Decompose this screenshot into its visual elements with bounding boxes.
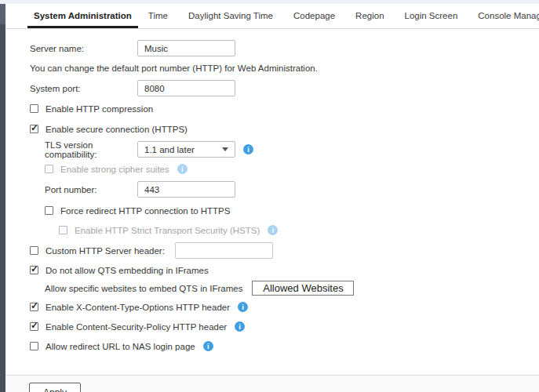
https-port-input[interactable] [137,181,235,198]
x-content-type-info-icon[interactable]: i [238,302,248,312]
strong-cipher-checkbox[interactable] [45,165,53,173]
custom-header-row: Custom HTTP Server header: [30,242,273,259]
custom-header-input[interactable] [175,242,273,259]
x-content-type-checkbox[interactable] [30,303,38,311]
strong-cipher-row: Enable strong cipher suites i [45,163,188,175]
secure-connection-label: Enable secure connection (HTTPS) [46,125,188,134]
system-port-input[interactable] [137,80,235,96]
force-redirect-label: Force redirect HTTP connection to HTTPS [60,206,230,216]
custom-header-label: Custom HTTP Server header: [46,246,165,256]
redirect-url-row: Allow redirect URL to NAS login page i [30,340,213,352]
chevron-down-icon [222,147,228,151]
server-name-label: Server name: [30,44,137,53]
strong-cipher-label: Enable strong cipher suites [60,165,169,174]
hsts-info-icon[interactable]: i [268,225,278,235]
server-name-input[interactable] [137,40,235,56]
tls-version-label: TLS version compatibility: [45,140,137,159]
apply-button[interactable]: Apply [29,383,81,392]
server-name-row: Server name: [30,40,235,56]
hsts-row: Enable HTTP Strict Transport Security (H… [59,224,278,236]
tab-login-screen[interactable]: Login Screen [395,4,468,28]
system-port-label: System port: [30,84,137,93]
tab-daylight-saving-time[interactable]: Daylight Saving Time [178,4,283,28]
no-iframe-checkbox[interactable] [30,266,38,274]
allowed-websites-row: Allow specific websites to embed QTS in … [45,281,354,296]
tls-version-selected-value: 1.1 and later [144,145,195,154]
csp-checkbox[interactable] [30,322,38,331]
tab-system-administration[interactable]: System Administration [27,4,138,28]
secure-connection-row: Enable secure connection (HTTPS) [30,123,188,135]
settings-tabbar: System Administration Time Daylight Savi… [5,4,539,29]
https-port-label: Port number: [45,185,137,194]
tab-time[interactable]: Time [138,4,178,28]
tls-info-icon[interactable]: i [243,144,253,154]
force-redirect-checkbox[interactable] [45,206,53,215]
http-compression-row: Enable HTTP compression [30,103,153,114]
redirect-url-label: Allow redirect URL to NAS login page [46,342,195,351]
no-iframe-row: Do not allow QTS embedding in IFrames [30,264,209,276]
strong-cipher-info-icon[interactable]: i [177,164,188,174]
system-port-row: System port: [30,80,235,96]
http-compression-label: Enable HTTP compression [46,104,153,114]
allowed-websites-button[interactable]: Allowed Websites [252,281,354,296]
settings-panel: System Administration Time Daylight Savi… [5,4,539,392]
force-redirect-row: Force redirect HTTP connection to HTTPS [45,205,230,216]
tls-version-row: TLS version compatibility: 1.1 and later… [45,141,253,158]
https-port-row: Port number: [45,181,235,198]
tab-region[interactable]: Region [345,4,394,28]
custom-header-checkbox[interactable] [30,246,38,255]
port-note-text: You can change the default port number (… [30,64,318,73]
csp-info-icon[interactable]: i [235,321,245,332]
hsts-label: Enable HTTP Strict Transport Security (H… [75,226,260,235]
left-sidebar-strip [0,4,5,392]
secure-connection-checkbox[interactable] [30,125,38,133]
http-compression-checkbox[interactable] [30,104,38,113]
tls-version-select[interactable]: 1.1 and later [137,141,235,158]
footer-bar: Apply [5,375,539,392]
redirect-url-info-icon[interactable]: i [203,341,213,351]
hsts-checkbox[interactable] [59,226,67,234]
x-content-type-row: Enable X-Content-Type-Options HTTP heade… [30,301,248,313]
csp-row: Enable Content-Security-Policy HTTP head… [30,321,245,332]
allowed-websites-label: Allow specific websites to embed QTS in … [45,284,242,293]
tab-codepage[interactable]: Codepage [283,4,345,28]
csp-label: Enable Content-Security-Policy HTTP head… [46,322,227,332]
redirect-url-checkbox[interactable] [30,342,38,350]
no-iframe-label: Do not allow QTS embedding in IFrames [46,266,209,275]
tab-console-management[interactable]: Console Management [468,4,539,28]
x-content-type-label: Enable X-Content-Type-Options HTTP heade… [46,303,230,312]
